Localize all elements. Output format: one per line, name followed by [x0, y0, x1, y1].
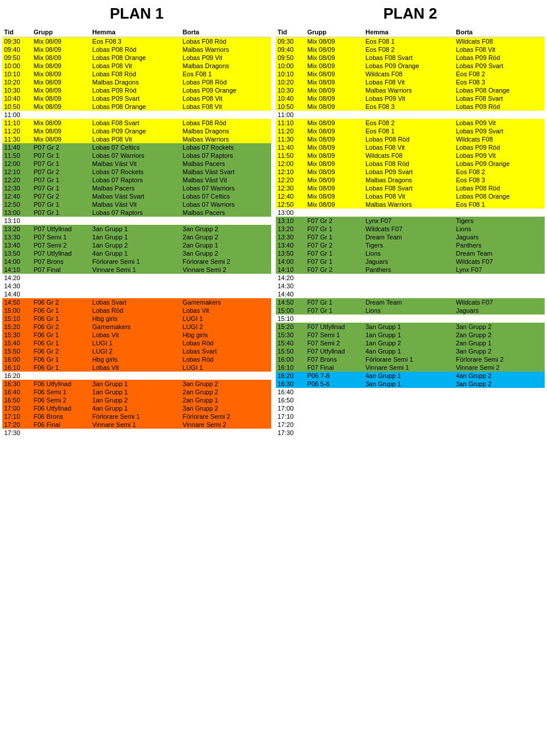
table-row: 10:50Mix 08/09Lobas P08 OrangeLobas F08 … [2, 103, 271, 111]
plan1-section: PLAN 1 Tid Grupp Hemma Borta 09:30Mix 08… [0, 0, 274, 437]
cell-hemma: Lobas F08 Vit [364, 78, 454, 86]
cell-tid: 17:20 [276, 421, 306, 429]
cell-borta: Eos F08 3 [454, 78, 545, 86]
cell-tid: 17:00 [2, 404, 32, 412]
cell-borta [454, 412, 545, 421]
table-row: 14:30 [276, 282, 545, 290]
cell-tid: 10:50 [276, 103, 306, 111]
cell-hemma: Lobas F08 Röd [364, 160, 454, 168]
cell-grupp: F07 Utfyllnad [306, 347, 364, 355]
cell-tid: 16:20 [276, 372, 306, 380]
cell-tid: 13:20 [2, 225, 32, 233]
cell-borta: Lobas F08 Röd [181, 37, 271, 46]
cell-grupp: Mix 08/09 [32, 62, 91, 70]
plan1-table: Tid Grupp Hemma Borta 09:30Mix 08/09Eos … [2, 27, 271, 437]
table-row: 11:00 [276, 111, 545, 119]
cell-borta: Malbas Dragons [181, 127, 271, 135]
cell-tid: 16:10 [276, 363, 306, 372]
cell-hemma: Eos F08 2 [364, 45, 454, 54]
cell-hemma: Eos F08 3 [364, 103, 454, 111]
cell-tid: 17:00 [276, 404, 306, 412]
table-row: 11:20Mix 08/09Eos F08 1Lobas P09 Svart [276, 127, 545, 135]
cell-borta: 3an Grupp 2 [181, 404, 271, 412]
table-row: 14:10P07 FinalVinnare Semi 1Vinnare Semi… [2, 266, 271, 274]
cell-tid: 15:00 [276, 306, 306, 315]
cell-borta: Lobas P09 Vit [454, 151, 545, 160]
cell-hemma [364, 421, 454, 429]
cell-grupp: Mix 08/09 [306, 176, 364, 184]
cell-hemma [364, 315, 454, 323]
table-row: 11:50P07 Gr 1Lobas 07 WarriorsLobas 07 R… [2, 151, 271, 160]
cell-grupp: F06 Gr 1 [32, 339, 91, 347]
cell-grupp: Mix 08/09 [32, 119, 91, 127]
cell-grupp: F07 Final [306, 363, 364, 372]
cell-tid: 16:30 [276, 380, 306, 388]
cell-tid: 14:20 [2, 274, 32, 282]
cell-grupp: P07 Gr 1 [32, 184, 91, 192]
cell-grupp: Mix 08/09 [306, 78, 364, 86]
cell-borta: Lobas 07 Warriors [181, 184, 271, 192]
table-row: 14:20 [276, 274, 545, 282]
cell-hemma [91, 290, 181, 298]
table-row: 09:30Mix 08/09Eos F08 3Lobas F08 Röd [2, 37, 271, 46]
cell-tid: 11:30 [2, 135, 32, 143]
table-row: 17:30 [2, 429, 271, 437]
cell-grupp: F07 Gr 1 [306, 306, 364, 315]
cell-grupp: Mix 08/09 [306, 143, 364, 151]
cell-tid: 10:40 [276, 94, 306, 103]
cell-borta [454, 111, 545, 119]
table-row: 15:40F07 Semi 21an Grupp 22an Grupp 1 [276, 339, 545, 347]
cell-borta [181, 372, 271, 380]
cell-grupp: F06 Gr 1 [32, 331, 91, 339]
table-row: 10:20Mix 08/09Lobas F08 VitEos F08 3 [276, 78, 545, 86]
cell-borta: 2an Grupp 1 [454, 339, 545, 347]
cell-hemma: Lobas P08 Vit [364, 192, 454, 200]
table-row: 11:40Mix 08/09Lobas F08 VitLobas P09 Röd [276, 143, 545, 151]
cell-grupp: F07 Utfyllnad [306, 323, 364, 331]
cell-grupp: F06 Gr 1 [32, 306, 91, 315]
table-row: 14:00F07 Gr 1JaguarsWildcats F07 [276, 257, 545, 266]
cell-hemma: Wildcats F07 [364, 225, 454, 233]
cell-hemma [364, 290, 454, 298]
table-row: 16:40F06 Semi 11an Grupp 12an Grupp 2 [2, 388, 271, 396]
table-row: 12:50P07 Gr 1Malbas Väst VitLobas 07 War… [2, 200, 271, 209]
cell-tid: 16:40 [2, 388, 32, 396]
cell-borta: Wildcats F08 [454, 135, 545, 143]
table-row: 10:00Mix 08/09Lobas P09 OrangeLobas P09 … [276, 62, 545, 70]
table-row: 15:30F06 Gr 1Lobas VitHbg girls [2, 331, 271, 339]
cell-tid: 11:20 [276, 127, 306, 135]
cell-borta: Lobas 07 Celtics [181, 192, 271, 200]
cell-borta: 2an Grupp 2 [454, 331, 545, 339]
cell-hemma [91, 274, 181, 282]
cell-tid: 13:00 [276, 209, 306, 217]
cell-hemma: Wildcats F08 [364, 70, 454, 78]
cell-hemma: Malbas Pacers [91, 184, 181, 192]
cell-hemma [364, 274, 454, 282]
cell-tid: 14:00 [276, 257, 306, 266]
cell-grupp: Mix 08/09 [306, 200, 364, 209]
table-row: 17:00F06 Utfyllnad4an Grupp 13an Grupp 2 [2, 404, 271, 412]
cell-borta: Vinnare Semi 2 [454, 363, 545, 372]
table-row: 17:30 [276, 429, 545, 437]
cell-hemma: Lions [364, 306, 454, 315]
cell-borta: Eos F08 2 [454, 168, 545, 176]
cell-borta: Lobas P09 Röd [454, 54, 545, 62]
cell-grupp: Mix 08/09 [32, 70, 91, 78]
cell-borta: Vinnare Semi 2 [181, 266, 271, 274]
cell-tid: 16:40 [276, 388, 306, 396]
plan1-header-grupp: Grupp [32, 27, 91, 37]
cell-hemma: Lobas F08 Svart [91, 119, 181, 127]
cell-grupp [306, 421, 364, 429]
cell-grupp [32, 282, 91, 290]
cell-grupp: P06 5-6 [306, 380, 364, 388]
cell-grupp: F06 Brons [32, 412, 91, 421]
table-row: 10:00Mix 08/09Lobas P08 VitMalbas Dragon… [2, 62, 271, 70]
cell-tid: 16:10 [2, 363, 32, 372]
cell-borta [454, 421, 545, 429]
table-row: 15:20F06 Gr 2GamemakersLUGI 2 [2, 323, 271, 331]
cell-borta: Malbas Dragons [181, 62, 271, 70]
cell-tid: 15:00 [2, 306, 32, 315]
cell-tid: 15:30 [276, 331, 306, 339]
cell-hemma: Lobas Vit [91, 331, 181, 339]
cell-grupp [32, 274, 91, 282]
